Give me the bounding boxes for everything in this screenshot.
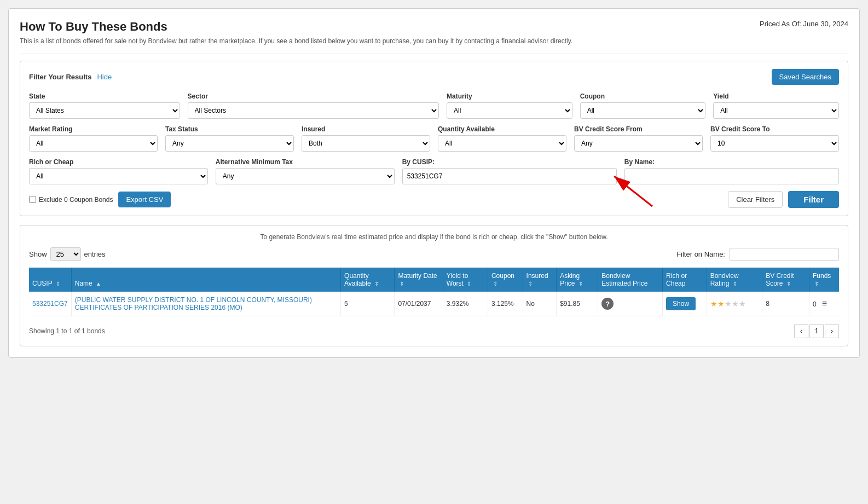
funds-sort-icon[interactable]: ⇕ — [814, 281, 819, 287]
yield-select[interactable]: All 1% 2% 3% — [713, 102, 839, 119]
insured-label: Insured — [302, 125, 430, 133]
bonds-table: CUSIP ⇕ Name ▲ Quantity Available ⇕ Matu… — [29, 268, 839, 316]
col-header-funds[interactable]: Funds ⇕ — [809, 268, 839, 292]
show-entries-select[interactable]: 10 25 50 100 — [50, 247, 81, 261]
filter-hide-link[interactable]: Hide — [97, 73, 112, 81]
col-header-insured[interactable]: Insured ⇕ — [523, 268, 557, 292]
insured-sort-icon[interactable]: ⇕ — [528, 281, 533, 287]
bv-rating-sort-icon[interactable]: ⇕ — [733, 281, 737, 287]
rich-cheap-label: Rich or Cheap — [29, 158, 208, 166]
state-label: State — [29, 92, 180, 100]
pagination-page-1-button[interactable]: 1 — [809, 324, 824, 338]
by-cusip-input[interactable] — [402, 168, 617, 184]
filter-group-insured: Insured Both Yes No — [302, 125, 430, 152]
cell-funds: 0 ≡ — [809, 292, 839, 316]
filter-row-2: Market Rating All AAA AA A Tax Status An… — [29, 125, 839, 152]
alt-min-tax-select[interactable]: Any Yes No — [216, 168, 395, 184]
filter-group-by-cusip: By CUSIP: — [402, 158, 617, 184]
maturity-sort-icon[interactable]: ⇕ — [400, 281, 404, 287]
insured-select[interactable]: Both Yes No — [302, 135, 430, 152]
tax-status-label: Tax Status — [165, 125, 294, 133]
entries-label: entries — [84, 250, 106, 258]
asking-sort-icon[interactable]: ⇕ — [578, 281, 583, 287]
filter-on-name-input[interactable] — [730, 248, 839, 261]
by-name-input[interactable] — [624, 168, 839, 184]
filter-section: Filter Your Results Hide Saved Searches … — [20, 61, 848, 216]
filter-group-market-rating: Market Rating All AAA AA A — [29, 125, 158, 152]
bond-name-link[interactable]: (PUBLIC WATER SUPPLY DISTRICT NO. 1 OF L… — [75, 296, 312, 311]
col-header-cusip[interactable]: CUSIP ⇕ — [29, 268, 71, 292]
filter-group-maturity: Maturity All 1 Year 5 Years 10 Years — [447, 92, 572, 119]
col-header-yield[interactable]: Yield to Worst ⇕ — [443, 268, 488, 292]
market-rating-select[interactable]: All AAA AA A — [29, 135, 158, 152]
col-header-rich-cheap[interactable]: Rich or Cheap — [663, 268, 707, 292]
pagination: ‹ 1 › — [794, 324, 839, 338]
col-header-bv-credit-score[interactable]: BV Credit Score ⇕ — [762, 268, 809, 292]
rich-cheap-select[interactable]: All Rich Cheap Fair Value — [29, 168, 208, 184]
name-sort-icon[interactable]: ▲ — [96, 281, 101, 287]
cusip-sort-icon[interactable]: ⇕ — [56, 281, 60, 287]
cell-name: (PUBLIC WATER SUPPLY DISTRICT NO. 1 OF L… — [71, 292, 340, 316]
filter-group-bv-credit-to: BV Credit Score To Any 1 2 5 8 10 — [710, 125, 839, 152]
filter-group-alt-min-tax: Alternative Minimum Tax Any Yes No — [216, 158, 395, 184]
by-cusip-label: By CUSIP: — [402, 158, 617, 166]
bv-credit-from-select[interactable]: Any 1 2 3 4 5 — [574, 135, 703, 152]
funds-list-icon[interactable]: ≡ — [822, 299, 827, 308]
col-header-bv-rating[interactable]: Bondview Rating ⇕ — [707, 268, 762, 292]
filter-on-name: Filter on Name: — [676, 248, 839, 261]
bv-credit-sort-icon[interactable]: ⇕ — [786, 281, 791, 287]
filter-header: Filter Your Results Hide Saved Searches — [29, 69, 839, 85]
cell-rich-cheap: Show — [663, 292, 707, 316]
clear-filters-button[interactable]: Clear Filters — [728, 191, 783, 208]
cell-yield: 3.932% — [443, 292, 488, 316]
quantity-sort-icon[interactable]: ⇕ — [374, 281, 379, 287]
yield-sort-icon[interactable]: ⇕ — [467, 281, 471, 287]
header-divider — [20, 54, 848, 54]
maturity-select[interactable]: All 1 Year 5 Years 10 Years — [447, 102, 572, 119]
table-header-row: CUSIP ⇕ Name ▲ Quantity Available ⇕ Matu… — [29, 268, 839, 292]
sector-select[interactable]: All Sectors General Obligation Revenue E… — [188, 102, 439, 119]
coupon-select[interactable]: All 1% 2% 3% — [580, 102, 706, 119]
cusip-link[interactable]: 533251CG7 — [32, 300, 68, 308]
col-header-maturity-date[interactable]: Maturity Date ⇕ — [395, 268, 443, 292]
market-rating-label: Market Rating — [29, 125, 158, 133]
filter-bottom-row: Exclude 0 Coupon Bonds Export CSV Clear … — [29, 191, 839, 208]
pagination-prev-button[interactable]: ‹ — [794, 324, 808, 338]
filter-group-yield: Yield All 1% 2% 3% — [713, 92, 839, 119]
maturity-label: Maturity — [447, 92, 572, 100]
coupon-sort-icon[interactable]: ⇕ — [493, 281, 497, 287]
tax-status-select[interactable]: Any Tax-Exempt Taxable AMT — [165, 135, 294, 152]
exclude-0-coupon-text: Exclude 0 Coupon Bonds — [39, 196, 113, 204]
showing-text: Showing 1 to 1 of 1 bonds — [29, 327, 105, 335]
col-header-coupon[interactable]: Coupon ⇕ — [488, 268, 523, 292]
state-select[interactable]: All States Alabama Alaska Arizona Califo… — [29, 102, 180, 119]
pagination-next-button[interactable]: › — [825, 324, 839, 338]
filter-group-tax-status: Tax Status Any Tax-Exempt Taxable AMT — [165, 125, 294, 152]
bv-estimated-question-icon[interactable]: ? — [601, 298, 614, 310]
col-header-bv-estimated[interactable]: Bondview Estimated Price — [598, 268, 663, 292]
priced-as-of: Priced As Of: June 30, 2024 — [760, 20, 848, 28]
col-header-asking-price[interactable]: Asking Price ⇕ — [557, 268, 598, 292]
quantity-select[interactable]: All 1-10 11-25 26-50 — [438, 135, 566, 152]
export-csv-button[interactable]: Export CSV — [118, 192, 171, 207]
table-row: 533251CG7 (PUBLIC WATER SUPPLY DISTRICT … — [29, 292, 839, 316]
bv-rating-stars: ★★ — [710, 299, 725, 308]
filter-group-bv-credit-from: BV Credit Score From Any 1 2 3 4 5 — [574, 125, 703, 152]
filter-bottom-left: Exclude 0 Coupon Bonds Export CSV — [29, 192, 171, 207]
quantity-label: Quantity Available — [438, 125, 566, 133]
col-header-quantity[interactable]: Quantity Available ⇕ — [341, 268, 395, 292]
filter-button[interactable]: Filter — [788, 191, 839, 208]
filter-row-3: Rich or Cheap All Rich Cheap Fair Value … — [29, 158, 839, 184]
exclude-0-coupon-label[interactable]: Exclude 0 Coupon Bonds — [29, 196, 113, 204]
show-rich-cheap-button[interactable]: Show — [666, 297, 696, 310]
col-header-name[interactable]: Name ▲ — [71, 268, 340, 292]
filter-group-by-name: By Name: — [624, 158, 839, 184]
cell-cusip: 533251CG7 — [29, 292, 71, 316]
filter-group-coupon: Coupon All 1% 2% 3% — [580, 92, 706, 119]
table-section: To generate Bondview's real time estimat… — [20, 225, 848, 346]
saved-searches-button[interactable]: Saved Searches — [772, 69, 839, 85]
exclude-0-coupon-checkbox[interactable] — [29, 196, 36, 203]
bv-credit-to-select[interactable]: Any 1 2 5 8 10 — [710, 135, 839, 152]
filter-bottom-right: Clear Filters Filter — [728, 191, 839, 208]
show-entries: Show 10 25 50 100 entries — [29, 247, 106, 261]
